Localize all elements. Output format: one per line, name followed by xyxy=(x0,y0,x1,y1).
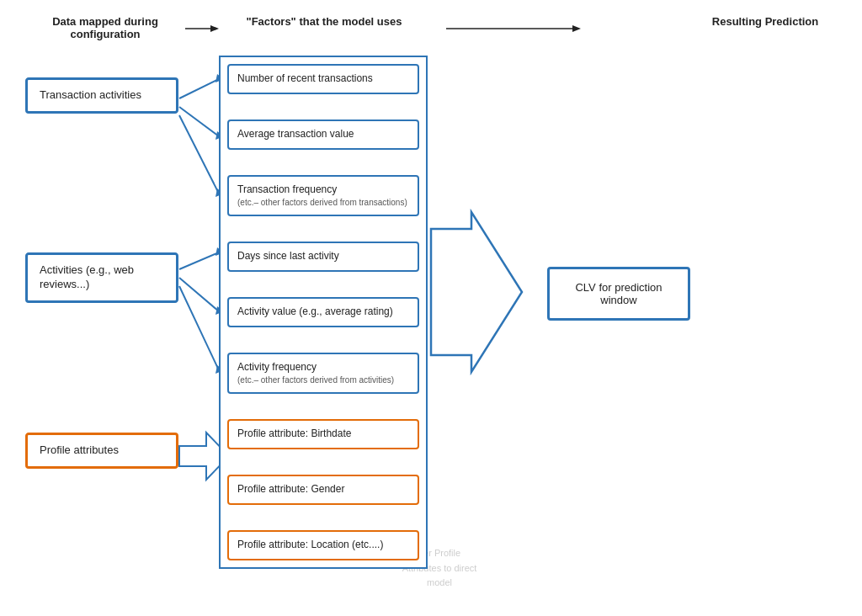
profile-attributes-label: Profile attributes xyxy=(25,433,178,469)
svg-line-4 xyxy=(179,79,219,98)
factor-profile-location-label: Profile attribute: Location (etc....) xyxy=(237,539,383,550)
header-arrow2 xyxy=(446,22,581,35)
svg-line-6 xyxy=(179,107,219,136)
header-col3: Resulting Prediction xyxy=(694,15,837,28)
svg-line-12 xyxy=(179,278,219,311)
factor-activity-freq-sub: (etc.– other factors derived from activi… xyxy=(237,374,409,385)
factor-profile-gender-label: Profile attribute: Gender xyxy=(237,483,344,495)
factor-avg-transaction-label: Average transaction value xyxy=(237,128,354,140)
factor-num-transactions: Number of recent transactions xyxy=(227,64,419,94)
svg-marker-3 xyxy=(572,25,581,32)
svg-line-14 xyxy=(179,286,219,370)
transaction-activities-label: Transaction activities xyxy=(25,77,178,114)
header-col2: "Factors" that the model uses xyxy=(219,15,429,28)
factor-days-since: Days since last activity xyxy=(227,242,419,272)
svg-marker-17 xyxy=(431,212,522,372)
profile-attributes-box: Profile attributes xyxy=(25,433,178,469)
svg-marker-1 xyxy=(210,25,219,32)
factor-profile-birthdate-label: Profile attribute: Birthdate xyxy=(237,427,351,439)
factor-transaction-freq: Transaction frequency (etc.– other facto… xyxy=(227,175,419,216)
factor-profile-birthdate: Profile attribute: Birthdate xyxy=(227,419,419,449)
header-col1: Data mapped during configuration xyxy=(25,15,185,40)
output-box: CLV for prediction window xyxy=(547,267,694,321)
activities-box: Activities (e.g., web reviews...) xyxy=(25,252,178,303)
output-label: CLV for prediction window xyxy=(547,267,690,321)
watermark-line3: model xyxy=(402,576,477,591)
factor-avg-transaction: Average transaction value xyxy=(227,119,419,150)
factor-activity-freq-label: Activity frequency xyxy=(237,361,409,374)
header-arrow1 xyxy=(185,22,219,35)
activities-label: Activities (e.g., web reviews...) xyxy=(25,252,178,303)
svg-line-10 xyxy=(179,252,219,269)
diagram-container: Data mapped during configuration "Factor… xyxy=(0,0,862,616)
factor-days-since-label: Days since last activity xyxy=(237,250,339,262)
factor-transaction-freq-sub: (etc.– other factors derived from transa… xyxy=(237,197,409,208)
factors-container: Number of recent transactions Average tr… xyxy=(219,56,428,569)
arrows-layer xyxy=(25,44,854,599)
factor-activity-freq: Activity frequency (etc.– other factors … xyxy=(227,353,419,394)
factor-transaction-freq-label: Transaction frequency xyxy=(237,183,409,197)
svg-line-8 xyxy=(179,115,219,194)
factor-profile-location: Profile attribute: Location (etc....) xyxy=(227,530,419,560)
transaction-activities-box: Transaction activities xyxy=(25,77,178,114)
factor-activity-value: Activity value (e.g., average rating) xyxy=(227,297,419,327)
factor-profile-gender: Profile attribute: Gender xyxy=(227,475,419,505)
factor-num-transactions-label: Number of recent transactions xyxy=(237,72,373,84)
factor-activity-value-label: Activity value (e.g., average rating) xyxy=(237,305,393,317)
